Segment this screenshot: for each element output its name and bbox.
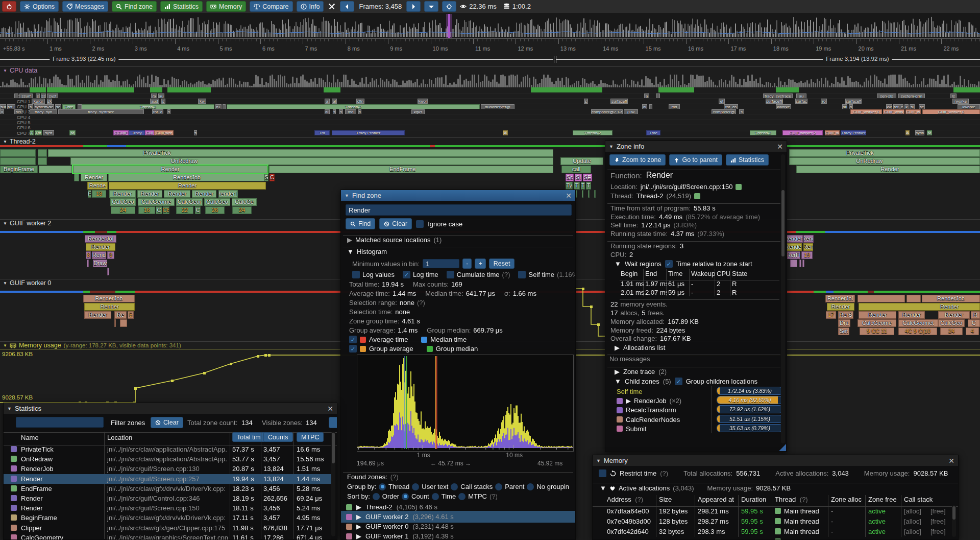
time-ruler[interactable]: +55.83 s1 ms2 ms3 ms4 ms5 ms6 ms7 ms8 ms… [0,38,980,56]
timeline-zone[interactable]: Render [859,303,980,311]
timeline-zone[interactable]: T [574,182,580,190]
cpu-zone[interactable]: GUIFwor [154,130,174,135]
timeline-zone[interactable]: CalcGeomet [898,319,938,327]
cpu-zone[interactable]: A [503,130,508,135]
timeline-zone[interactable]: 4 [966,327,979,335]
timeline-zone[interactable]: Set [838,327,849,335]
close-icon[interactable]: ✕ [566,192,572,200]
toolbar-button-power[interactable] [2,1,16,12]
allocations-list[interactable]: ▶Allocations list [610,343,669,353]
close-icon[interactable]: ✕ [948,457,954,465]
timeline-zone[interactable] [0,149,36,157]
expand-icon[interactable]: ▶ [626,397,631,405]
table-row[interactable]: OnRedrawjni/../jni/src/claw/application/… [4,454,332,464]
find-zone-titlebar[interactable]: ▼ Find zone ✕ [341,190,575,201]
bin-minus-button[interactable]: - [462,259,472,269]
col-header-total-time[interactable]: Total tim [232,432,265,442]
clipped-button[interactable] [329,417,337,428]
timeline-zone[interactable]: OnRedraw [70,157,553,165]
frame-label[interactable]: Frame 3,193 (22.45 ms) [50,56,118,62]
timeline-zone[interactable] [120,319,127,327]
child-zone-row[interactable]: RecalcTransform [612,405,718,415]
reset-button[interactable]: Reset [489,259,515,269]
timeline-zone[interactable]: Dra [838,319,850,327]
timeline-zone[interactable]: 16 [138,206,155,214]
timeline-zone[interactable]: Rende [87,182,108,190]
cpu-zone[interactable]: Tra [314,130,330,135]
clear-button[interactable]: Clear [379,218,412,229]
active-allocations-header[interactable]: ▼Active allocations(3,043)Memory usage:9… [596,483,795,493]
timeline-zone[interactable]: Render [137,190,162,198]
cpu-zone[interactable]: Thread-2 [573,130,612,135]
cpu-zone[interactable]: GUIF worker 2 [782,130,823,135]
allocation-row[interactable]: 0x7e049b3d00128 bytes298.27 ms59.95 sMai… [593,516,951,527]
timeline-zone[interactable]: Render [938,311,970,319]
toolbar-button-focus-frame[interactable] [442,1,456,12]
collapse-icon[interactable]: ▼ [3,343,7,348]
scrollbar-thumb[interactable] [781,190,785,256]
timeline-zone[interactable]: Render [81,174,107,181]
wait-col-header[interactable]: CPU [717,270,730,277]
timeline-zone[interactable]: Render [164,190,190,198]
timeline-zone[interactable]: 4C 9 C(10 [898,327,937,335]
timeline-zone[interactable]: 24 [232,206,252,214]
scrollbar[interactable] [331,432,335,536]
wait-col-header[interactable]: Begin [621,270,644,277]
allocation-row[interactable]: 0x7dfc42d64032 bytes298.3 ms59.95 sMain … [593,527,951,537]
close-icon[interactable]: ✕ [777,143,783,151]
timeline-zone[interactable]: Render [109,182,266,190]
collapse-icon[interactable]: ▼ [3,221,7,226]
timeline-zone[interactable]: PrivateTick [789,149,980,157]
child-zones-header[interactable]: ▼Child zones(5)✓Group children locations [610,377,762,386]
timeline-zone[interactable]: Ty [566,182,573,190]
collapse-icon[interactable]: ▼ [345,193,349,198]
resize-grip[interactable] [779,444,786,451]
histogram-canvas[interactable] [357,355,573,451]
timeline-zone[interactable]: Render [796,166,980,173]
section-header-cpu-data[interactable]: ▼CPU data [0,66,980,74]
histogram-plot[interactable] [357,355,574,452]
collapse-icon[interactable]: ▼ [347,248,354,255]
expand-icon[interactable]: ▶ [615,344,620,351]
timeline-zone[interactable] [114,319,116,327]
timeline-zone[interactable]: CalcGeo [204,198,230,206]
cpu-zone[interactable]: A [905,130,910,135]
timeline-zone[interactable]: Rend [92,251,106,259]
mem-col-header[interactable]: Size [659,496,672,503]
cpu-zone[interactable]: syste [915,130,924,135]
timeline-zone[interactable]: Render [827,303,854,311]
col-header-counts[interactable]: Counts [263,432,293,442]
timeline-zone[interactable]: S [264,174,268,181]
timeline-zone[interactable]: F [88,190,91,198]
callstack-free[interactable]: [free] [930,518,946,525]
timeline-zone[interactable]: RerS [838,311,853,319]
sort-by-mtpc[interactable] [458,493,465,500]
mem-col-header[interactable]: Thread (?) [775,496,808,503]
min-bin-input[interactable] [423,259,459,268]
toolbar-button-compare[interactable]: Compare [250,1,292,12]
group-by-thread[interactable] [379,483,386,490]
toolbar-button-tools[interactable] [327,2,336,11]
allocation-row[interactable]: 0x7dfc53d8988 bytes298.34 ms59.95 sMain … [593,537,951,540]
zoom-to-zone-button[interactable]: Zoom to zone [609,154,666,166]
table-row[interactable]: RenderJobjni/../jni/src/guif/Screen.cpp:… [4,464,332,474]
source-swatch[interactable] [736,184,742,190]
memory-titlebar[interactable]: ▼ Memory ✕ [593,455,958,466]
group-by-call-stacks[interactable] [451,483,458,490]
section-header-thread-2[interactable]: ▼Thread-2 [0,137,980,145]
collapse-icon[interactable]: ▼ [3,68,7,73]
cpu-zone[interactable]: GUIF w [825,130,840,135]
table-row[interactable]: Clipperjni/../jni/src/claw/gfx/geo/Clipp… [4,523,332,533]
table-row[interactable]: PrivateTickjni/../jni/src/claw/applicati… [4,444,332,454]
timeline-zone[interactable] [0,157,36,165]
timeline-zone[interactable] [38,149,47,157]
table-row[interactable]: Renderjni/../jni/src/guif/Control.cpp:34… [4,494,332,503]
table-row[interactable]: BeginFramejni/../jni/src/claw/gfx/drv/vk… [4,513,332,523]
table-row[interactable]: Renderjni/../jni/src/guif/Screen.cpp:257… [4,474,332,484]
timeline-zone[interactable]: CalcGeor [176,198,203,206]
histogram-header[interactable]: ▼Histogram [343,247,391,256]
checkbox-log-values[interactable] [352,271,360,278]
timeline-zone[interactable] [74,174,79,181]
timeline-zone[interactable]: PrivateTick [48,149,553,157]
child-zone-row[interactable]: CalcRenderNodes [612,415,718,425]
